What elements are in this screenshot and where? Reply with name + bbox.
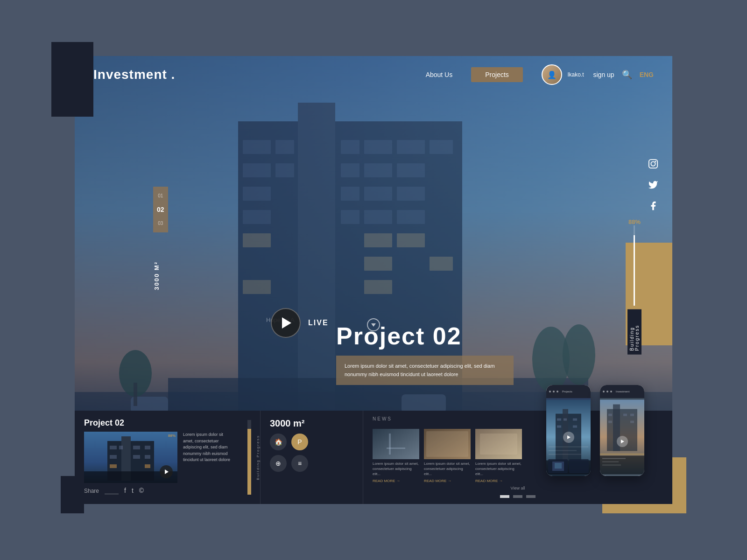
news-card-1: Lorem ipsum dolor sit amet, consectetuer…	[373, 429, 419, 483]
project-card-content-row: 88% Lorem ipsum dolor sit amet, consecte…	[84, 432, 233, 483]
svg-rect-23	[397, 210, 425, 224]
view-all-news[interactable]: View all	[373, 486, 663, 490]
mini-progress-bar	[247, 420, 251, 495]
svg-rect-22	[364, 210, 392, 224]
home-icon[interactable]: 🏠	[270, 434, 287, 450]
logo: Investment .	[93, 67, 175, 82]
mini-progress-fill	[247, 429, 251, 495]
pagination-dot-1[interactable]	[500, 495, 509, 498]
svg-rect-85	[602, 458, 626, 459]
user-name: lkako.t	[568, 71, 584, 78]
signup-button[interactable]: sign up	[593, 71, 614, 78]
project-thumbnail: 88%	[84, 432, 177, 483]
svg-rect-24	[243, 233, 271, 247]
read-more-2[interactable]: READ MORE →	[424, 479, 471, 483]
phone-1-play[interactable]	[563, 432, 574, 443]
pagination-dot-3[interactable]	[526, 495, 536, 498]
news-text-2: Lorem ipsum dolor sit amet, consectetuer…	[424, 461, 471, 477]
read-more-1[interactable]: READ MORE →	[373, 479, 419, 483]
nav-about-us[interactable]: About Us	[426, 71, 453, 78]
search-icon[interactable]: 🔍	[622, 70, 632, 80]
news-image-1	[373, 429, 419, 459]
mini-building-progress-label: Building Progress	[256, 435, 260, 480]
svg-rect-72	[549, 450, 577, 451]
phone-nav-dot	[549, 391, 551, 392]
side-nav-item-03[interactable]: 03	[157, 219, 164, 228]
share-twitter-icon[interactable]: t	[132, 487, 134, 494]
facebook-icon[interactable]	[648, 201, 658, 213]
language-selector[interactable]: ENG	[640, 71, 654, 78]
svg-rect-69	[573, 426, 577, 428]
project-description: Lorem ipsum dolor sit amet, consectetuer…	[345, 362, 505, 378]
phone-2-play[interactable]	[617, 436, 628, 447]
scroll-indicator[interactable]	[367, 318, 380, 331]
phone-2-screen	[600, 398, 644, 476]
navbar: Investment . About Us Projects 👤 lkako.t…	[75, 56, 672, 93]
play-icon	[282, 317, 291, 329]
read-more-3[interactable]: READ MORE →	[475, 479, 522, 483]
phone-mockups: Projects Project 02	[546, 385, 644, 476]
area-label: 3000 M²	[153, 261, 160, 290]
plus-icon[interactable]: ⊕	[270, 455, 287, 472]
share-facebook-icon[interactable]: f	[124, 487, 126, 494]
progress-fill	[634, 235, 635, 306]
svg-rect-6	[275, 140, 294, 154]
svg-rect-59	[426, 431, 468, 457]
svg-rect-52	[110, 464, 117, 468]
main-container: Investment . About Us Projects 👤 lkako.t…	[75, 56, 672, 504]
phone-mockup-1: Projects Project 02	[546, 385, 591, 476]
svg-rect-20	[243, 210, 271, 224]
thumbnail-play-icon	[165, 469, 169, 474]
phone-1-navbar: Projects	[546, 385, 591, 398]
svg-rect-29	[243, 280, 271, 294]
svg-rect-11	[243, 163, 271, 177]
svg-rect-73	[549, 454, 581, 455]
side-nav-item-02[interactable]: 02	[157, 204, 164, 215]
svg-rect-55	[373, 429, 419, 459]
building-progress: 88% Building Progress	[628, 215, 641, 355]
svg-rect-46	[119, 446, 123, 449]
svg-rect-28	[430, 257, 453, 271]
menu-icon[interactable]: ≡	[291, 455, 308, 472]
news-text-1: Lorem ipsum dolor sit amet, consectetuer…	[373, 461, 419, 477]
project-card-left: Project 02	[75, 411, 243, 504]
live-badge: LIVE	[308, 319, 329, 327]
phone-nav-dot	[610, 391, 612, 392]
svg-rect-8	[364, 140, 392, 154]
thumbnail-play-button[interactable]	[160, 465, 173, 478]
pagination-dot-2[interactable]	[513, 495, 522, 498]
avatar[interactable]: 👤	[542, 64, 562, 85]
project-card-title: Project 02	[84, 418, 233, 428]
nav-projects[interactable]: Projects	[471, 67, 523, 82]
parking-icon[interactable]: P	[291, 434, 308, 450]
svg-rect-47	[133, 446, 140, 449]
project-description-box: Lorem ipsum dolor sit amet, consectetuer…	[336, 356, 514, 385]
project-main-title: Project 02	[336, 322, 514, 350]
project-title-area: Project 02 Lorem ipsum dolor sit amet, c…	[336, 322, 514, 385]
svg-rect-79	[608, 414, 612, 416]
svg-rect-65	[557, 419, 561, 421]
svg-rect-25	[364, 233, 392, 247]
play-area: LIVE	[271, 308, 329, 338]
svg-rect-7	[341, 140, 359, 154]
thumb-progress-badge: 88%	[168, 434, 176, 438]
svg-rect-56	[389, 434, 391, 455]
play-button[interactable]	[271, 308, 301, 338]
news-section-label: NEWS	[373, 416, 392, 421]
svg-rect-39	[649, 160, 657, 168]
side-nav-item-01[interactable]: 01	[157, 191, 164, 200]
svg-rect-4	[298, 103, 335, 411]
svg-rect-30	[364, 280, 392, 294]
share-instagram-icon[interactable]: ©	[139, 487, 144, 494]
building-progress-label: Building Progress	[627, 309, 641, 355]
svg-rect-61	[480, 434, 517, 455]
news-text-3: Lorem ipsum dolor sit amet, consectetuer…	[475, 461, 522, 477]
svg-rect-53	[145, 464, 150, 468]
svg-rect-5	[243, 140, 271, 154]
phone-2-play-icon	[621, 440, 624, 443]
nav-user: 👤 lkako.t	[542, 64, 584, 85]
svg-rect-51	[145, 455, 150, 459]
twitter-icon[interactable]	[648, 180, 658, 192]
svg-point-40	[651, 161, 655, 166]
instagram-icon[interactable]	[648, 159, 658, 171]
